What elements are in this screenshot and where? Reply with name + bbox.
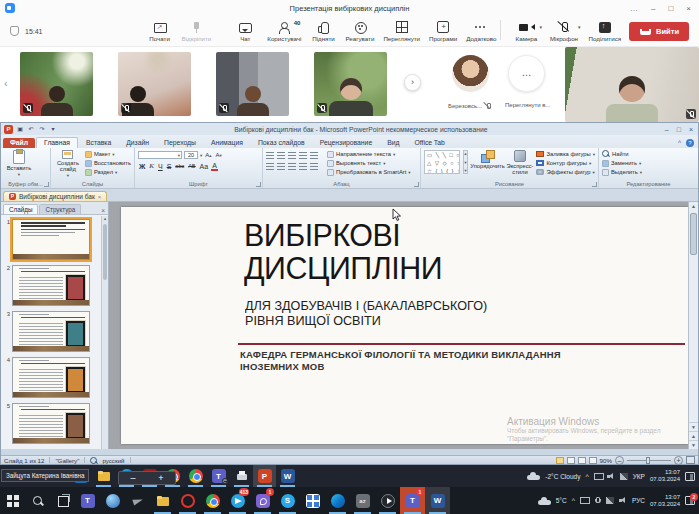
clear-format-button[interactable]: abc <box>174 163 185 169</box>
underline-button[interactable]: Ч <box>157 163 164 170</box>
display-tray-icon[interactable] <box>580 497 588 504</box>
font-name-select[interactable]: ▾ <box>138 151 182 159</box>
tray-expand-icon[interactable]: ^ <box>585 473 588 480</box>
local-taskbar-start[interactable] <box>0 487 25 514</box>
slide-thumbnail-4[interactable] <box>12 357 90 398</box>
panel-close-icon[interactable]: × <box>101 207 105 214</box>
local-taskbar-app-globe[interactable] <box>100 487 125 514</box>
shape-outline-button[interactable]: Контур фигуры▾ <box>536 159 595 167</box>
meeting-button-react[interactable]: Реагувати <box>345 20 374 42</box>
meeting-button-participants[interactable]: 40Користувачі <box>267 20 301 42</box>
local-taskbar-taskview[interactable] <box>50 487 75 514</box>
local-taskbar-grid-app[interactable] <box>300 487 325 514</box>
clock[interactable]: 13:07 07.03.2024 <box>650 494 680 508</box>
notification-center-icon[interactable] <box>685 472 695 481</box>
section-button[interactable]: Раздел▾ <box>85 168 131 176</box>
indent-decrease-button[interactable] <box>288 152 296 159</box>
slide-sorter-button[interactable] <box>567 457 575 464</box>
reading-view-button[interactable] <box>578 457 586 464</box>
replace-button[interactable]: Заменить▾ <box>602 159 642 167</box>
tab-outline[interactable]: Структура <box>39 204 81 214</box>
microphone-tray-icon[interactable] <box>593 497 601 504</box>
local-taskbar-viber[interactable]: 1 <box>250 487 275 514</box>
smartart-button[interactable]: Преобразовать в SmartArt▾ <box>327 168 411 176</box>
italic-button[interactable]: К <box>148 162 155 170</box>
change-case-button[interactable]: Аа <box>199 163 210 170</box>
local-taskbar-media[interactable] <box>375 487 400 514</box>
meeting-button-chat[interactable]: Чат <box>232 20 258 42</box>
slide-canvas[interactable]: ВИБІРКОВІ ДИСЦИПЛІНИ ДЛЯ ЗДОБУВАЧІВ І (Б… <box>109 202 688 449</box>
presenter-taskbar-chrome-2[interactable] <box>184 465 207 487</box>
slide-title[interactable]: ВИБІРКОВІ ДИСЦИПЛІНИ <box>244 219 442 285</box>
ribbon-tab-view[interactable]: Вид <box>380 138 406 148</box>
ribbon-tab-insert[interactable]: Вставка <box>79 138 118 148</box>
language-indicator[interactable]: УКР <box>633 473 645 480</box>
panel-scrollbar[interactable]: ▲ <box>101 216 108 449</box>
find-button[interactable]: Найти <box>602 150 642 158</box>
chevron-right-icon[interactable]: › <box>404 74 421 91</box>
weather-text[interactable]: -2°C Cloudy <box>545 473 580 480</box>
local-taskbar-search[interactable] <box>25 487 50 514</box>
local-taskbar-telegram[interactable]: 413 <box>225 487 250 514</box>
zoom-in-button[interactable]: + <box>674 456 683 465</box>
network-tray-icon[interactable] <box>606 497 614 504</box>
qat-dropdown-icon[interactable]: ▾ <box>49 125 57 133</box>
video-tile-participant-1[interactable] <box>20 52 93 116</box>
align-text-button[interactable]: Выровнять текст▾ <box>327 159 411 167</box>
align-left-button[interactable] <box>266 163 274 170</box>
presenter-taskbar-powerpoint[interactable]: P <box>253 465 276 487</box>
select-button[interactable]: Выделить▾ <box>602 168 642 176</box>
redo-icon[interactable]: ↷ <box>38 125 46 133</box>
zoom-slider[interactable] <box>627 460 671 461</box>
justify-button[interactable] <box>299 163 307 170</box>
slide-department[interactable]: КАФЕДРА ГЕРМАНСЬКОЇ ФІЛОЛОГІЇ ТА МЕТОДИК… <box>240 349 610 373</box>
tab-close-icon[interactable]: × <box>98 194 102 200</box>
next-slide-button[interactable]: ▼ <box>689 440 698 449</box>
local-taskbar-chrome[interactable] <box>200 487 225 514</box>
grow-font-button[interactable]: А▴ <box>204 152 212 158</box>
align-center-button[interactable] <box>277 163 285 170</box>
layout-button[interactable]: Макет▾ <box>85 150 131 158</box>
slide-subtitle[interactable]: ДЛЯ ЗДОБУВАЧІВ І (БАКАЛАВРСЬКОГО) РІВНЯ … <box>245 298 487 328</box>
font-size-select[interactable]: 20 <box>184 151 198 159</box>
arrange-button[interactable]: Упорядочить <box>471 150 503 179</box>
video-tile-speaker[interactable] <box>565 47 699 122</box>
slide-thumbnail-5[interactable] <box>12 403 90 444</box>
video-tile-participant-2[interactable] <box>118 52 191 116</box>
normal-view-button[interactable] <box>556 457 564 464</box>
paste-button[interactable]: Вставить ▾ <box>4 150 34 179</box>
volume-tray-icon[interactable] <box>619 497 627 504</box>
dialog-launcher-icon[interactable] <box>414 182 419 187</box>
dialog-launcher-icon[interactable] <box>44 182 49 187</box>
local-taskbar-jet[interactable] <box>125 487 150 514</box>
local-taskbar-opera[interactable] <box>175 487 200 514</box>
shape-effects-button[interactable]: Эффекты фигур▾ <box>536 168 595 176</box>
quick-styles-button[interactable]: Экспресс-стили <box>506 150 533 179</box>
weather-text[interactable]: 5°C <box>556 497 567 504</box>
vertical-scrollbar[interactable]: ▲ ▼ ▲ ▼ <box>688 202 698 449</box>
minimize-icon[interactable]: – <box>651 4 655 13</box>
presenter-taskbar-explorer[interactable] <box>92 465 115 487</box>
view-more-button[interactable]: … <box>508 55 545 92</box>
meeting-button-camera[interactable]: Камера <box>513 20 539 42</box>
language-ind[interactable]: русский <box>102 457 124 464</box>
meeting-button-view[interactable]: Переглянути <box>383 20 420 42</box>
scroll-down-icon[interactable]: ▼ <box>689 422 698 431</box>
scroll-up-icon[interactable]: ▲ <box>689 202 698 211</box>
meeting-button-more[interactable]: Додатково <box>466 20 496 42</box>
shapes-gallery[interactable]: ▭ ╲ ╲ □ ○ ▭ △ ▽ ◇ ○ ☆ ☆ ( ) { } ☆ <box>424 150 460 174</box>
microphone-dropdown-icon[interactable]: ▾ <box>578 24 581 30</box>
previous-slide-button[interactable]: ▲ <box>689 431 698 440</box>
shape-fill-button[interactable]: Заливка фигуры▾ <box>536 150 595 158</box>
local-taskbar-word[interactable]: W <box>425 487 450 514</box>
presenter-taskbar-printer[interactable] <box>230 465 253 487</box>
undo-icon[interactable]: ↶ <box>27 125 35 133</box>
dialog-launcher-icon[interactable] <box>592 182 597 187</box>
zoom-out-button[interactable]: – <box>615 456 624 465</box>
security-shield-icon[interactable] <box>10 26 19 36</box>
fit-to-window-button[interactable] <box>686 456 695 464</box>
camera-dropdown-icon[interactable]: ▾ <box>539 24 542 30</box>
slide-thumbnail-3[interactable] <box>12 311 90 352</box>
ribbon-tab-transitions[interactable]: Переходы <box>157 138 203 148</box>
meeting-button-microphone[interactable]: Мікрофон <box>550 20 578 42</box>
